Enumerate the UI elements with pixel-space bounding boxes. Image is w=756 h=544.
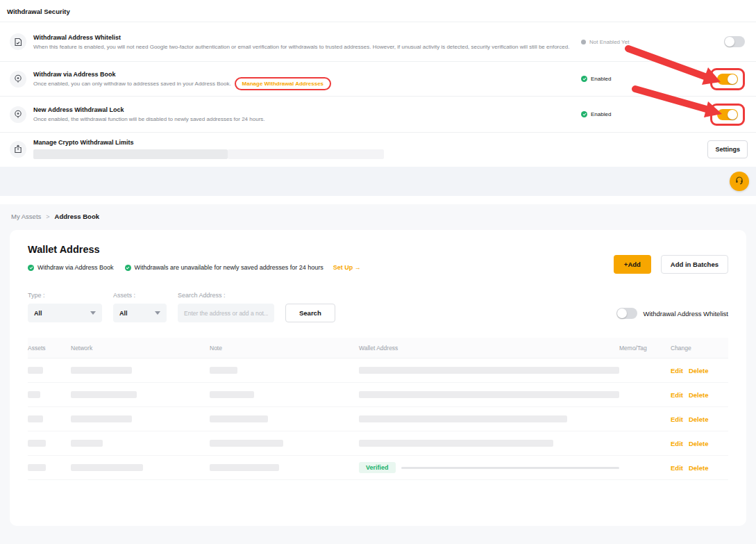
check-item-address-book: Withdraw via Address Book [28, 264, 114, 271]
whitelist-toggle-label: Withdrawal Address Whitelist [644, 310, 728, 318]
table-row: VerifiedEditDelete [28, 456, 728, 480]
check-circle-icon [581, 111, 587, 117]
security-row-withdrawal-limits: Manage Crypto Withdrawal Limits Settings [0, 133, 756, 165]
address-book-page: My Assets > Address Book Wallet Address … [0, 204, 756, 544]
assets-label: Assets : [113, 292, 167, 299]
header-network: Network [71, 345, 210, 352]
search-address-input[interactable] [178, 304, 274, 322]
search-address-label: Search Address : [178, 292, 274, 299]
delete-link[interactable]: Delete [689, 440, 709, 447]
status-badge: Enabled [581, 76, 685, 82]
redacted-network [71, 440, 103, 447]
breadcrumb-my-assets[interactable]: My Assets [11, 213, 41, 220]
manage-withdrawal-addresses-link[interactable]: Manage Withdrawal Addresses [242, 81, 324, 87]
section-title: Withdrawal Security [0, 0, 756, 22]
headset-icon [734, 175, 744, 188]
check-circle-icon [28, 265, 34, 271]
breadcrumb-separator: > [46, 213, 49, 220]
redacted-network [71, 415, 132, 422]
redacted-assets [28, 415, 43, 422]
table-row: EditDelete [28, 431, 728, 456]
chevron-down-icon [90, 311, 96, 315]
row-description: When this feature is enabled, you will n… [33, 44, 569, 50]
delete-link[interactable]: Delete [689, 367, 709, 374]
status-badge: Not Enabled Yet [581, 39, 685, 45]
set-up-link[interactable]: Set Up → [333, 264, 361, 271]
divider-band [0, 167, 756, 196]
redacted-assets [28, 391, 40, 398]
withdrawal-security-section: Withdrawal Security Withdrawal Address W… [0, 0, 756, 167]
header-memo-tag: Memo/Tag [619, 345, 671, 352]
row-description: Once enabled, the withdrawal function wi… [33, 116, 265, 122]
table-row: EditDelete [28, 358, 728, 383]
edit-link[interactable]: Edit [671, 391, 683, 399]
header-wallet-address: Wallet Address [359, 345, 619, 352]
add-in-batches-button[interactable]: Add in Batches [661, 255, 728, 274]
security-row-new-address-lock: New Address Withdrawal Lock Once enabled… [0, 97, 756, 133]
redacted-note [210, 391, 254, 398]
row-title: New Address Withdrawal Lock [33, 106, 581, 113]
new-address-lock-toggle[interactable] [717, 109, 738, 120]
status-badge: Enabled [581, 111, 685, 117]
redacted-wallet-address [359, 391, 619, 398]
redacted-note [210, 440, 283, 447]
redacted-note [210, 415, 268, 422]
address-pin-icon [10, 106, 26, 123]
row-description: Once enabled, you can only withdraw to a… [33, 81, 231, 87]
annotation-highlight-box: Manage Withdrawal Addresses [235, 77, 331, 90]
support-button[interactable] [730, 172, 749, 191]
edit-link[interactable]: Edit [671, 415, 683, 423]
check-item-24h-lock: Withdrawals are unavailable for newly sa… [125, 264, 324, 271]
address-table: Assets Network Note Wallet Address Memo/… [28, 338, 728, 480]
type-select[interactable]: All [28, 304, 102, 322]
type-label: Type : [28, 292, 102, 299]
delete-link[interactable]: Delete [689, 464, 709, 472]
filter-bar: Type : All Assets : All Search Address :… [28, 292, 728, 322]
redacted-network [71, 367, 132, 374]
add-button[interactable]: +Add [614, 255, 651, 274]
redacted-wallet-address [359, 440, 553, 447]
redacted-description [33, 149, 707, 159]
header-note: Note [210, 345, 359, 352]
redacted-wallet-address [401, 467, 619, 469]
address-book-toggle[interactable] [717, 74, 738, 85]
spacer [0, 196, 756, 204]
redacted-note [210, 464, 279, 471]
delete-link[interactable]: Delete [689, 415, 709, 423]
table-header: Assets Network Note Wallet Address Memo/… [28, 338, 728, 358]
whitelist-document-icon [10, 33, 26, 50]
header-change: Change [671, 345, 728, 352]
delete-link[interactable]: Delete [689, 391, 709, 399]
table-row: EditDelete [28, 407, 728, 431]
redacted-note [210, 367, 237, 374]
search-button[interactable]: Search [285, 304, 335, 322]
redacted-network [71, 464, 143, 471]
wallet-address-card: Wallet Address Withdraw via Address Book… [10, 230, 746, 526]
assets-select[interactable]: All [113, 304, 167, 322]
security-row-whitelist: Withdrawal Address Whitelist When this f… [0, 22, 756, 62]
table-row: EditDelete [28, 383, 728, 407]
edit-link[interactable]: Edit [671, 464, 683, 472]
header-assets: Assets [28, 345, 71, 352]
settings-button[interactable]: Settings [707, 140, 748, 158]
whitelist-filter-toggle[interactable] [616, 308, 637, 319]
redacted-network [71, 391, 137, 398]
page-title: Wallet Address [28, 244, 361, 255]
row-title: Manage Crypto Withdrawal Limits [33, 139, 707, 146]
check-circle-icon [581, 76, 587, 82]
edit-link[interactable]: Edit [671, 440, 683, 447]
security-row-address-book: Withdraw via Address Book Once enabled, … [0, 62, 756, 97]
redacted-assets [28, 440, 46, 447]
address-pin-icon [10, 71, 26, 88]
edit-link[interactable]: Edit [671, 367, 683, 374]
status-dot-icon [581, 40, 586, 44]
annotation-highlight-box [710, 104, 745, 126]
breadcrumb-current: Address Book [55, 213, 99, 220]
verified-badge: Verified [359, 462, 396, 473]
redacted-assets [28, 367, 43, 374]
whitelist-toggle[interactable] [724, 36, 745, 47]
redacted-wallet-address [359, 367, 619, 374]
annotation-highlight-box [710, 68, 745, 90]
redacted-wallet-address [359, 415, 567, 422]
redacted-assets [28, 464, 46, 471]
